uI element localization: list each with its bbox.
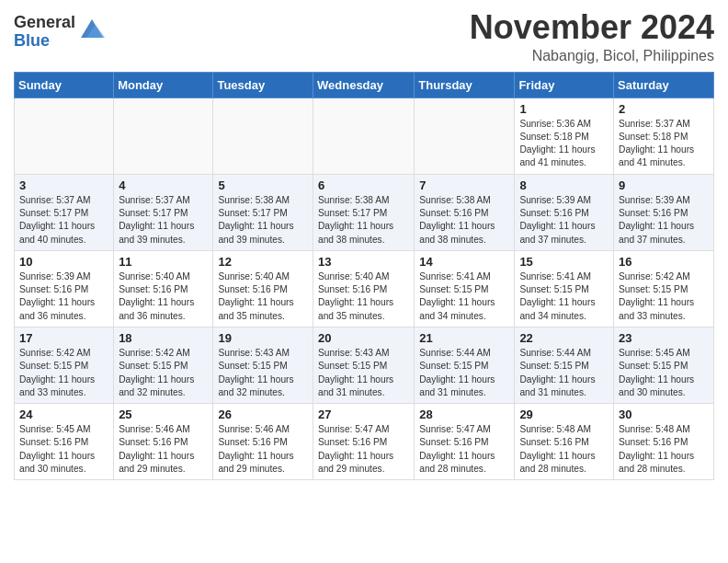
weekday-header-wednesday: Wednesday [313, 72, 415, 98]
day-info: Sunrise: 5:40 AM Sunset: 5:16 PM Dayligh… [318, 270, 409, 323]
day-info: Sunrise: 5:41 AM Sunset: 5:15 PM Dayligh… [519, 270, 609, 323]
calendar-cell: 9Sunrise: 5:39 AM Sunset: 5:16 PM Daylig… [614, 174, 714, 250]
calendar-cell: 28Sunrise: 5:47 AM Sunset: 5:16 PM Dayli… [415, 404, 515, 480]
page-container: General Blue November 2024 Nabangig, Bic… [0, 0, 728, 494]
day-number: 1 [519, 102, 609, 116]
day-info: Sunrise: 5:37 AM Sunset: 5:17 PM Dayligh… [19, 194, 108, 247]
calendar-cell: 17Sunrise: 5:42 AM Sunset: 5:15 PM Dayli… [15, 327, 114, 403]
location-title: Nabangig, Bicol, Philippines [470, 48, 714, 64]
calendar-cell [114, 98, 213, 174]
weekday-header-sunday: Sunday [15, 72, 114, 98]
calendar-cell: 3Sunrise: 5:37 AM Sunset: 5:17 PM Daylig… [15, 174, 114, 250]
day-number: 5 [218, 178, 308, 192]
day-number: 22 [519, 331, 609, 345]
day-info: Sunrise: 5:39 AM Sunset: 5:16 PM Dayligh… [19, 270, 108, 323]
weekday-header-friday: Friday [515, 72, 614, 98]
day-number: 3 [19, 178, 108, 192]
calendar-cell: 13Sunrise: 5:40 AM Sunset: 5:16 PM Dayli… [313, 250, 415, 327]
calendar-cell: 25Sunrise: 5:46 AM Sunset: 5:16 PM Dayli… [114, 404, 213, 480]
day-number: 27 [318, 408, 409, 421]
day-number: 13 [318, 255, 409, 269]
weekday-header-tuesday: Tuesday [213, 72, 313, 98]
day-info: Sunrise: 5:42 AM Sunset: 5:15 PM Dayligh… [19, 347, 108, 399]
calendar-cell: 14Sunrise: 5:41 AM Sunset: 5:15 PM Dayli… [415, 250, 515, 327]
day-info: Sunrise: 5:39 AM Sunset: 5:16 PM Dayligh… [619, 194, 709, 247]
weekday-header-thursday: Thursday [415, 72, 515, 98]
day-number: 28 [419, 408, 509, 421]
calendar-table: SundayMondayTuesdayWednesdayThursdayFrid… [14, 72, 714, 481]
day-number: 24 [19, 408, 108, 421]
day-number: 21 [419, 331, 509, 345]
day-info: Sunrise: 5:44 AM Sunset: 5:15 PM Dayligh… [519, 347, 609, 399]
calendar-week-row: 10Sunrise: 5:39 AM Sunset: 5:16 PM Dayli… [15, 250, 714, 327]
day-info: Sunrise: 5:36 AM Sunset: 5:18 PM Dayligh… [519, 118, 609, 170]
day-info: Sunrise: 5:37 AM Sunset: 5:18 PM Dayligh… [619, 118, 709, 170]
calendar-cell: 22Sunrise: 5:44 AM Sunset: 5:15 PM Dayli… [515, 327, 614, 403]
day-info: Sunrise: 5:45 AM Sunset: 5:16 PM Dayligh… [19, 423, 108, 476]
day-info: Sunrise: 5:46 AM Sunset: 5:16 PM Dayligh… [218, 423, 308, 476]
calendar-week-row: 17Sunrise: 5:42 AM Sunset: 5:15 PM Dayli… [15, 327, 714, 403]
calendar-cell: 1Sunrise: 5:36 AM Sunset: 5:18 PM Daylig… [515, 98, 614, 174]
calendar-cell: 8Sunrise: 5:39 AM Sunset: 5:16 PM Daylig… [515, 174, 614, 250]
calendar-cell: 5Sunrise: 5:38 AM Sunset: 5:17 PM Daylig… [213, 174, 313, 250]
calendar-cell: 30Sunrise: 5:48 AM Sunset: 5:16 PM Dayli… [614, 404, 714, 480]
calendar-cell [15, 98, 114, 174]
calendar-cell: 23Sunrise: 5:45 AM Sunset: 5:15 PM Dayli… [614, 327, 714, 403]
day-number: 8 [519, 178, 609, 192]
day-info: Sunrise: 5:44 AM Sunset: 5:15 PM Dayligh… [419, 347, 509, 399]
day-info: Sunrise: 5:47 AM Sunset: 5:16 PM Dayligh… [318, 423, 409, 476]
calendar-cell: 16Sunrise: 5:42 AM Sunset: 5:15 PM Dayli… [614, 250, 714, 327]
calendar-cell [415, 98, 515, 174]
day-number: 26 [218, 408, 308, 421]
day-number: 2 [619, 102, 709, 116]
calendar-cell: 29Sunrise: 5:48 AM Sunset: 5:16 PM Dayli… [515, 404, 614, 480]
day-info: Sunrise: 5:42 AM Sunset: 5:15 PM Dayligh… [119, 347, 208, 399]
day-info: Sunrise: 5:42 AM Sunset: 5:15 PM Dayligh… [619, 270, 709, 323]
logo-area: General Blue [14, 9, 105, 51]
day-number: 18 [119, 331, 208, 345]
logo-blue: Blue [14, 32, 75, 51]
calendar-week-row: 1Sunrise: 5:36 AM Sunset: 5:18 PM Daylig… [15, 98, 714, 174]
day-number: 11 [119, 255, 208, 269]
day-number: 12 [218, 255, 308, 269]
day-info: Sunrise: 5:41 AM Sunset: 5:15 PM Dayligh… [419, 270, 509, 323]
day-info: Sunrise: 5:46 AM Sunset: 5:16 PM Dayligh… [119, 423, 208, 476]
calendar-cell: 20Sunrise: 5:43 AM Sunset: 5:15 PM Dayli… [313, 327, 415, 403]
day-info: Sunrise: 5:38 AM Sunset: 5:17 PM Dayligh… [218, 194, 308, 247]
day-number: 9 [619, 178, 709, 192]
day-number: 4 [119, 178, 208, 192]
calendar-cell [313, 98, 415, 174]
calendar-cell [213, 98, 313, 174]
header: General Blue November 2024 Nabangig, Bic… [14, 9, 714, 64]
day-number: 16 [619, 255, 709, 269]
day-number: 25 [119, 408, 208, 421]
weekday-header-monday: Monday [114, 72, 213, 98]
day-number: 19 [218, 331, 308, 345]
weekday-header-row: SundayMondayTuesdayWednesdayThursdayFrid… [15, 72, 714, 98]
logo-text: General Blue [14, 14, 75, 51]
logo-icon [79, 16, 105, 41]
day-number: 7 [419, 178, 509, 192]
calendar-cell: 24Sunrise: 5:45 AM Sunset: 5:16 PM Dayli… [15, 404, 114, 480]
logo-general: General [14, 14, 75, 32]
day-info: Sunrise: 5:43 AM Sunset: 5:15 PM Dayligh… [218, 347, 308, 399]
day-number: 15 [519, 255, 609, 269]
day-number: 23 [619, 331, 709, 345]
calendar-cell: 4Sunrise: 5:37 AM Sunset: 5:17 PM Daylig… [114, 174, 213, 250]
day-info: Sunrise: 5:43 AM Sunset: 5:15 PM Dayligh… [318, 347, 409, 399]
calendar-week-row: 24Sunrise: 5:45 AM Sunset: 5:16 PM Dayli… [15, 404, 714, 480]
day-info: Sunrise: 5:47 AM Sunset: 5:16 PM Dayligh… [419, 423, 509, 476]
calendar-week-row: 3Sunrise: 5:37 AM Sunset: 5:17 PM Daylig… [15, 174, 714, 250]
day-number: 20 [318, 331, 409, 345]
day-info: Sunrise: 5:48 AM Sunset: 5:16 PM Dayligh… [519, 423, 609, 476]
calendar-cell: 27Sunrise: 5:47 AM Sunset: 5:16 PM Dayli… [313, 404, 415, 480]
calendar-cell: 7Sunrise: 5:38 AM Sunset: 5:16 PM Daylig… [415, 174, 515, 250]
title-area: November 2024 Nabangig, Bicol, Philippin… [470, 9, 714, 64]
day-number: 30 [619, 408, 709, 421]
day-number: 14 [419, 255, 509, 269]
day-info: Sunrise: 5:40 AM Sunset: 5:16 PM Dayligh… [119, 270, 208, 323]
calendar-cell: 10Sunrise: 5:39 AM Sunset: 5:16 PM Dayli… [15, 250, 114, 327]
day-info: Sunrise: 5:38 AM Sunset: 5:16 PM Dayligh… [419, 194, 509, 247]
day-info: Sunrise: 5:39 AM Sunset: 5:16 PM Dayligh… [519, 194, 609, 247]
day-number: 29 [519, 408, 609, 421]
